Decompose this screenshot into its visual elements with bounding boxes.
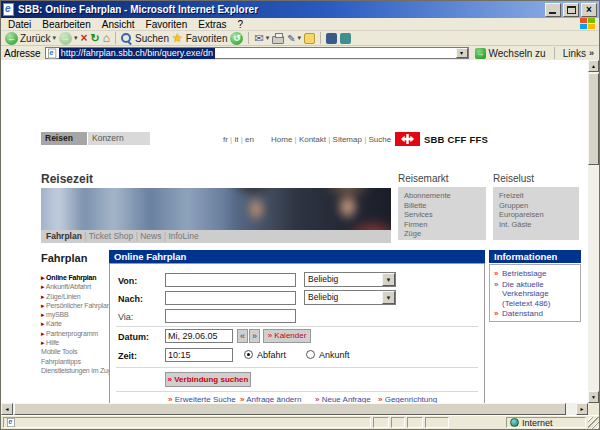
link-gruppen[interactable]: Gruppen	[499, 201, 579, 211]
ankunft-radio[interactable]	[306, 350, 315, 359]
menu-bearbeiten[interactable]: Bearbeiten	[37, 19, 95, 30]
nach-input[interactable]	[165, 291, 296, 305]
link-firmen[interactable]: Firmen	[404, 220, 486, 230]
link-zuege[interactable]: Züge	[404, 229, 486, 239]
tab-infoline[interactable]: InfoLine	[168, 231, 198, 241]
resize-grip[interactable]	[588, 417, 599, 429]
verkehrslage-link[interactable]: Die aktuelle Verkehrslage (Teletext 486)	[494, 280, 578, 309]
neue-anfrage-link[interactable]: Neue Anfrage	[315, 395, 371, 403]
sidebar-item-ankunft-abfahrt[interactable]: Ankunft/Abfahrt	[41, 282, 107, 291]
horizontal-scroll-thumb[interactable]	[14, 403, 566, 415]
maximize-button[interactable]	[563, 3, 579, 17]
menu-datei[interactable]: Datei	[3, 19, 36, 30]
tab-ticket-shop[interactable]: Ticket Shop	[89, 231, 141, 241]
scroll-right-button[interactable]: ►	[576, 403, 588, 415]
menu-ansicht[interactable]: Ansicht	[97, 19, 140, 30]
links-button[interactable]: Links »	[561, 48, 596, 59]
sidebar-item-online-fahrplan[interactable]: Online Fahrplan	[41, 273, 107, 282]
search-button[interactable]: Suchen	[121, 33, 169, 44]
mail-dropdown-icon[interactable]: ▾	[266, 34, 270, 42]
link-abonnemente[interactable]: Abonnemente	[404, 191, 486, 201]
sidebar-item-mobile-tools[interactable]: Mobile Tools	[41, 347, 107, 356]
title-bar[interactable]: SBB: Online Fahrplan - Microsoft Interne…	[1, 1, 599, 18]
prev-day-button[interactable]: «	[237, 329, 248, 343]
vertical-scroll-thumb[interactable]	[588, 73, 599, 165]
von-select-arrow-icon[interactable]: ▼	[382, 273, 395, 286]
sidebar-item-zuege-linien[interactable]: Züge/Linien	[41, 292, 107, 301]
scroll-up-button[interactable]: ▲	[588, 60, 599, 72]
tab-fahrplan[interactable]: Fahrplan	[46, 231, 89, 241]
site-tab-reisen[interactable]: Reisen	[41, 132, 87, 145]
link-home[interactable]: Home	[271, 135, 299, 144]
mail-button[interactable]: ✉ ▾	[254, 32, 269, 45]
nach-select-arrow-icon[interactable]: ▼	[382, 291, 395, 304]
menu-extras[interactable]: Extras	[193, 19, 231, 30]
close-button[interactable]: ×	[581, 3, 597, 17]
abfahrt-label[interactable]: Abfahrt	[257, 350, 286, 360]
link-int-gaeste[interactable]: Int. Gäste	[499, 220, 579, 230]
menu-hilfe[interactable]: ?	[233, 19, 249, 30]
menu-favoriten[interactable]: Favoriten	[141, 19, 193, 30]
datum-input[interactable]	[165, 329, 233, 343]
link-freizeit[interactable]: Freizeit	[499, 191, 579, 201]
lang-it[interactable]: it	[234, 135, 245, 144]
datenstand-link[interactable]: Datenstand	[494, 309, 578, 319]
edit-button[interactable]: ✎ ▾	[287, 32, 301, 45]
lang-fr[interactable]: fr	[223, 135, 234, 144]
kalender-button[interactable]: » Kalender	[263, 329, 311, 343]
stop-button[interactable]: ×	[81, 32, 88, 45]
app-icon-1[interactable]	[326, 33, 337, 44]
scroll-down-button[interactable]: ▼	[588, 391, 599, 403]
favorites-button[interactable]: ★ Favoriten	[172, 32, 227, 45]
erweiterte-suche-link[interactable]: Erweiterte Suche	[168, 395, 236, 403]
gegenrichtung-link[interactable]: Gegenrichtung	[378, 395, 437, 403]
edit-dropdown-icon[interactable]: ▾	[298, 34, 302, 42]
back-button[interactable]: ← Zurück ▾	[5, 32, 56, 45]
via-input[interactable]	[165, 309, 296, 323]
address-dropdown-button[interactable]: ▾	[456, 48, 468, 58]
minimize-button[interactable]	[545, 3, 561, 17]
link-billette[interactable]: Billette	[404, 201, 486, 211]
site-tab-konzern[interactable]: Konzern	[88, 132, 150, 145]
sidebar-item-hilfe[interactable]: Hilfe	[41, 338, 107, 347]
back-dropdown-icon[interactable]: ▾	[53, 34, 57, 42]
sidebar-item-mysbb[interactable]: mySBB	[41, 310, 107, 319]
sidebar-item-persoenlicher-fahrplan[interactable]: Persönlicher Fahrplan	[41, 301, 107, 310]
next-day-button[interactable]: »	[249, 329, 260, 343]
link-kontakt[interactable]: Kontakt	[299, 135, 333, 144]
lang-en[interactable]: en	[245, 135, 254, 144]
sidebar-item-fahrplantipps[interactable]: Fahrplantipps	[41, 357, 107, 366]
ankunft-label[interactable]: Ankunft	[319, 350, 350, 360]
zeit-input[interactable]	[165, 348, 233, 362]
messenger-button[interactable]	[304, 33, 315, 44]
print-button[interactable]	[272, 36, 284, 44]
sidebar-item-dienstleistungen[interactable]: Dienstleistungen im Zug	[41, 366, 107, 375]
forward-dropdown-icon[interactable]: ▾	[74, 34, 78, 42]
verbindung-suchen-button[interactable]: » Verbindung suchen	[165, 372, 251, 387]
refresh-button[interactable]: ↻	[91, 32, 100, 45]
link-services[interactable]: Services	[404, 210, 486, 220]
scroll-left-button[interactable]: ◄	[1, 403, 13, 415]
forward-button[interactable]: → ▾	[59, 32, 78, 45]
url-text[interactable]: http://fahrplan.sbb.ch/bin/query.exe/dn	[59, 48, 215, 59]
betriebslage-link[interactable]: Betriebslage	[494, 269, 578, 279]
vertical-scrollbar[interactable]: ▲ ▼	[588, 60, 599, 403]
anfrage-aendern-link[interactable]: Anfrage ändern	[240, 395, 301, 403]
link-sitemap[interactable]: Sitemap	[333, 135, 369, 144]
link-europareisen[interactable]: Europareisen	[499, 210, 579, 220]
sidebar-item-karte[interactable]: Karte	[41, 319, 107, 328]
horizontal-scrollbar[interactable]: ◄ ►	[1, 403, 588, 415]
tab-news[interactable]: News	[140, 231, 168, 241]
home-button[interactable]: ⌂	[103, 32, 110, 45]
app-icon-2[interactable]	[340, 33, 351, 44]
history-button[interactable]: ↺	[230, 32, 243, 45]
sidebar-item-partnerprogramm[interactable]: Partnerprogramm	[41, 329, 107, 338]
abfahrt-radio[interactable]	[244, 350, 253, 359]
address-input[interactable]: http://fahrplan.sbb.ch/bin/query.exe/dn …	[45, 47, 469, 59]
von-input[interactable]	[165, 273, 296, 287]
sbb-logo-text: SBB CFF FFS	[424, 134, 488, 145]
go-button[interactable]: → Wechseln zu	[473, 48, 548, 59]
von-select[interactable]: Beliebig ▼	[304, 272, 396, 287]
nach-select[interactable]: Beliebig ▼	[304, 290, 396, 305]
link-suche[interactable]: Suche	[368, 135, 391, 144]
